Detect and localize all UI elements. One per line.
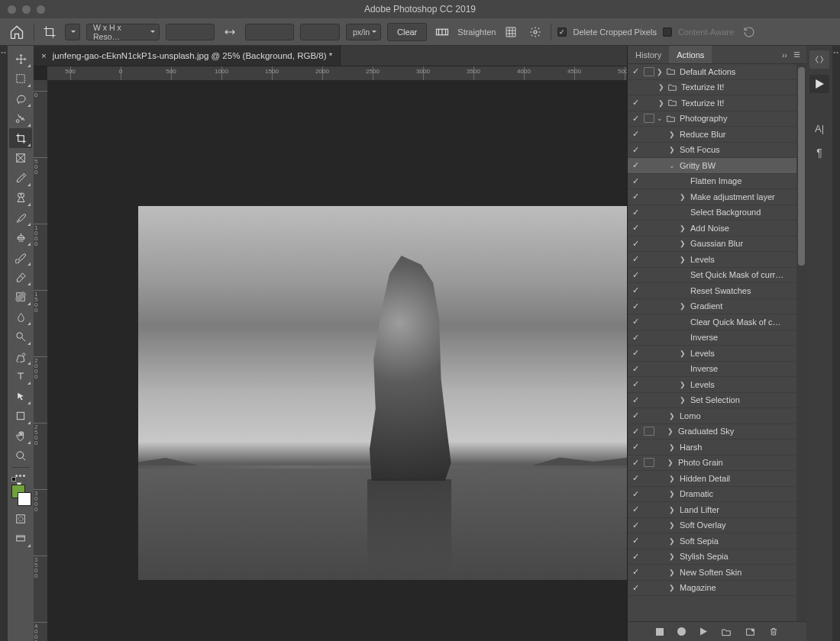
- chevron-right-icon[interactable]: ❯: [666, 427, 675, 435]
- action-modal-toggle[interactable]: [643, 581, 657, 594]
- healing-brush-tool[interactable]: [9, 188, 32, 208]
- action-modal-toggle[interactable]: [643, 81, 657, 93]
- action-row[interactable]: ✓Reset Swatches: [628, 283, 796, 299]
- action-row[interactable]: ✓❯New Soften Skin: [628, 565, 796, 581]
- action-modal-toggle[interactable]: [643, 222, 657, 234]
- action-toggle-check[interactable]: ✓: [628, 364, 643, 374]
- chevron-right-icon[interactable]: ❯: [678, 224, 687, 232]
- chevron-down-icon[interactable]: ⌄: [667, 162, 677, 169]
- document-image[interactable]: [138, 206, 627, 580]
- path-select-tool[interactable]: [9, 386, 32, 406]
- action-toggle-check[interactable]: ✓: [628, 208, 643, 217]
- action-toggle-check[interactable]: ✓: [628, 176, 643, 186]
- action-toggle-check[interactable]: ✓: [628, 239, 643, 249]
- chevron-right-icon[interactable]: ❯: [667, 569, 677, 576]
- eyedropper-tool[interactable]: [9, 168, 32, 188]
- action-row[interactable]: ✓Inverse: [628, 362, 796, 378]
- action-modal-toggle[interactable]: [644, 458, 654, 467]
- resolution-unit-select[interactable]: px/in: [346, 24, 381, 40]
- play-icon[interactable]: [699, 627, 707, 636]
- action-row[interactable]: ✓❯Texturize It!: [628, 95, 796, 111]
- action-toggle-check[interactable]: ✓: [628, 114, 643, 124]
- crop-resolution-input[interactable]: [300, 24, 340, 40]
- clear-button[interactable]: Clear: [387, 23, 427, 41]
- collapse-panel-icon[interactable]: ››: [782, 50, 787, 60]
- minimize-window-icon[interactable]: [22, 5, 31, 14]
- action-row[interactable]: ✓⌄Photography: [628, 111, 796, 127]
- action-row[interactable]: ✓Clear Quick Mask of c…: [628, 314, 796, 330]
- action-toggle-check[interactable]: ✓: [628, 333, 643, 343]
- action-row[interactable]: ✓❯Graduated Sky: [628, 424, 796, 440]
- overlay-options-icon[interactable]: [502, 23, 520, 41]
- paragraph-panel-icon[interactable]: ¶: [809, 143, 829, 162]
- action-row[interactable]: ✓❯Land Lifter: [628, 502, 796, 518]
- action-modal-toggle[interactable]: [643, 441, 657, 453]
- action-row[interactable]: ✓Inverse: [628, 330, 796, 346]
- chevron-right-icon[interactable]: ❯: [667, 506, 677, 514]
- action-toggle-check[interactable]: ✓: [628, 270, 643, 280]
- action-toggle-check[interactable]: ✓: [628, 442, 643, 452]
- frame-tool[interactable]: [9, 148, 32, 168]
- action-row[interactable]: ✓❯Harsh: [628, 440, 796, 456]
- chevron-right-icon[interactable]: ❯: [666, 459, 675, 466]
- action-modal-toggle[interactable]: [643, 394, 657, 406]
- chevron-right-icon[interactable]: ❯: [667, 130, 677, 138]
- action-row[interactable]: ❯Texturize It!: [628, 80, 796, 96]
- type-tool[interactable]: [9, 366, 32, 386]
- action-toggle-check[interactable]: ✓: [628, 129, 643, 139]
- clone-stamp-tool[interactable]: [9, 227, 32, 247]
- action-toggle-check[interactable]: ✓: [628, 489, 643, 499]
- action-toggle-check[interactable]: ✓: [628, 504, 643, 514]
- chevron-right-icon[interactable]: ❯: [667, 475, 677, 482]
- chevron-right-icon[interactable]: ❯: [667, 443, 677, 451]
- chevron-right-icon[interactable]: ❯: [657, 99, 666, 107]
- chevron-right-icon[interactable]: ❯: [678, 302, 687, 310]
- character-panel-icon[interactable]: A|: [809, 119, 829, 137]
- action-row[interactable]: ✓❯Make adjustment layer: [628, 189, 796, 205]
- action-row[interactable]: ✓Set Quick Mask of curr…: [628, 268, 796, 284]
- chevron-right-icon[interactable]: ❯: [667, 412, 677, 420]
- action-modal-toggle[interactable]: [643, 237, 657, 250]
- vertical-ruler[interactable]: 05 0 01 0 0 01 5 0 02 0 0 02 5 0 03 0 0 …: [34, 80, 47, 641]
- action-modal-toggle[interactable]: [643, 378, 657, 391]
- home-button[interactable]: [6, 21, 27, 43]
- action-toggle-check[interactable]: ✓: [628, 348, 643, 358]
- action-modal-toggle[interactable]: [643, 504, 657, 516]
- action-row[interactable]: ✓❯Levels: [628, 377, 796, 393]
- content-aware-checkbox[interactable]: [663, 27, 672, 37]
- action-row[interactable]: ✓Select Background: [628, 205, 796, 221]
- action-toggle-check[interactable]: ✓: [628, 458, 643, 468]
- action-modal-toggle[interactable]: [643, 191, 657, 203]
- action-modal-toggle[interactable]: [643, 128, 657, 140]
- lasso-tool[interactable]: [9, 89, 32, 108]
- chevron-right-icon[interactable]: ❯: [667, 537, 677, 545]
- history-brush-tool[interactable]: [9, 247, 32, 267]
- action-row[interactable]: ✓❯Soft Sepia: [628, 533, 796, 549]
- action-modal-toggle[interactable]: [643, 300, 657, 312]
- action-row[interactable]: ✓❯Reduce Blur: [628, 127, 796, 143]
- action-toggle-check[interactable]: ✓: [628, 98, 643, 108]
- action-row[interactable]: ✓❯Soft Overlay: [628, 518, 796, 534]
- action-row[interactable]: ✓❯Add Noise: [628, 221, 796, 237]
- action-row[interactable]: ✓❯Levels: [628, 252, 796, 268]
- action-row[interactable]: ✓❯Magazine: [628, 581, 796, 597]
- crop-tool-icon[interactable]: [40, 23, 59, 41]
- action-toggle-check[interactable]: ✓: [628, 379, 643, 389]
- brush-tool[interactable]: [9, 208, 32, 227]
- canvas[interactable]: [47, 80, 627, 641]
- action-modal-toggle[interactable]: [643, 206, 657, 218]
- action-modal-toggle[interactable]: [643, 175, 657, 187]
- action-row[interactable]: ✓❯Photo Grain: [628, 456, 796, 472]
- ratio-preset-select[interactable]: W x H x Reso…: [86, 24, 160, 40]
- action-modal-toggle[interactable]: [643, 347, 657, 359]
- chevron-right-icon[interactable]: ❯: [678, 396, 687, 404]
- close-window-icon[interactable]: [8, 5, 16, 14]
- action-toggle-check[interactable]: ✓: [628, 66, 643, 76]
- action-toggle-check[interactable]: ✓: [628, 285, 643, 295]
- action-modal-toggle[interactable]: [644, 114, 654, 123]
- action-modal-toggle[interactable]: [643, 535, 657, 547]
- hand-tool[interactable]: [9, 426, 32, 446]
- chevron-right-icon[interactable]: ❯: [678, 381, 687, 388]
- stop-icon[interactable]: [656, 628, 664, 636]
- action-toggle-check[interactable]: ✓: [628, 552, 643, 562]
